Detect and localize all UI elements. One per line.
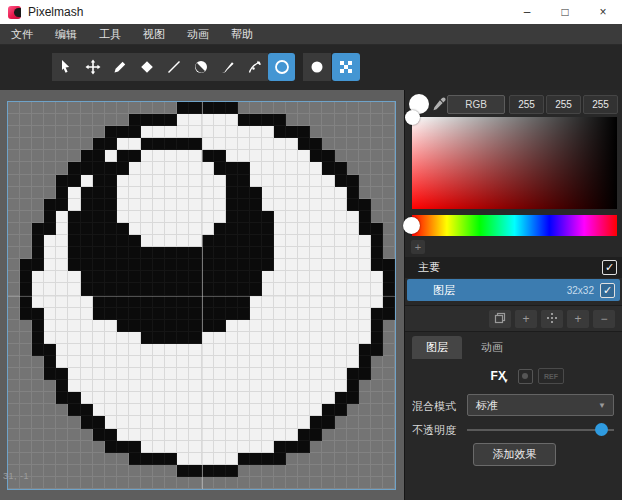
pixel-cell[interactable]: [141, 465, 153, 477]
pixel-cell[interactable]: [44, 416, 56, 428]
pixel-cell[interactable]: [371, 441, 383, 453]
pixel-cell[interactable]: [335, 114, 347, 126]
pixel-cell[interactable]: [335, 162, 347, 174]
pixel-cell[interactable]: [310, 247, 322, 259]
pixel-cell[interactable]: [226, 150, 238, 162]
pixel-cell[interactable]: [93, 259, 105, 271]
pixel-cell[interactable]: [202, 150, 214, 162]
pixel-cell[interactable]: [371, 187, 383, 199]
pixel-cell[interactable]: [322, 162, 334, 174]
pixel-cell[interactable]: [81, 259, 93, 271]
pixel-cell[interactable]: [81, 138, 93, 150]
pixel-cell[interactable]: [8, 126, 20, 138]
pixel-cell[interactable]: [347, 416, 359, 428]
pixel-cell[interactable]: [383, 283, 395, 295]
pixel-cell[interactable]: [322, 477, 334, 489]
pixel-cell[interactable]: [20, 162, 32, 174]
pixel-cell[interactable]: [8, 404, 20, 416]
pixel-cell[interactable]: [68, 187, 80, 199]
curve-pen-tool-button[interactable]: [241, 53, 268, 81]
pixel-cell[interactable]: [359, 283, 371, 295]
pixel-cell[interactable]: [177, 235, 189, 247]
pixel-cell[interactable]: [8, 175, 20, 187]
pixel-cell[interactable]: [105, 465, 117, 477]
pixel-cell[interactable]: [202, 175, 214, 187]
pixel-cell[interactable]: [165, 223, 177, 235]
pixel-cell[interactable]: [153, 368, 165, 380]
pixel-cell[interactable]: [177, 296, 189, 308]
pixel-cell[interactable]: [250, 199, 262, 211]
pixel-cell[interactable]: [238, 356, 250, 368]
transform-handles-button[interactable]: [541, 310, 563, 328]
pixel-cell[interactable]: [105, 429, 117, 441]
pixel-cell[interactable]: [129, 211, 141, 223]
pixel-cell[interactable]: [56, 308, 68, 320]
pixel-cell[interactable]: [32, 150, 44, 162]
pixel-cell[interactable]: [274, 175, 286, 187]
pixel-cell[interactable]: [129, 320, 141, 332]
menu-help[interactable]: 帮助: [220, 24, 264, 45]
pixel-cell[interactable]: [310, 368, 322, 380]
pixel-cell[interactable]: [8, 296, 20, 308]
pixel-cell[interactable]: [298, 453, 310, 465]
pixel-cell[interactable]: [141, 247, 153, 259]
pixel-cell[interactable]: [117, 211, 129, 223]
pixel-cell[interactable]: [56, 416, 68, 428]
pixel-cell[interactable]: [56, 259, 68, 271]
pixel-cell[interactable]: [141, 368, 153, 380]
pixel-cell[interactable]: [371, 465, 383, 477]
pixel-cell[interactable]: [44, 138, 56, 150]
pixel-cell[interactable]: [383, 356, 395, 368]
pixel-cell[interactable]: [202, 344, 214, 356]
pixel-cell[interactable]: [359, 465, 371, 477]
pixel-cell[interactable]: [274, 416, 286, 428]
pixel-cell[interactable]: [214, 296, 226, 308]
pixel-cell[interactable]: [8, 441, 20, 453]
pixel-cell[interactable]: [347, 320, 359, 332]
pixel-cell[interactable]: [8, 211, 20, 223]
pixel-cell[interactable]: [153, 283, 165, 295]
pixel-cell[interactable]: [165, 404, 177, 416]
pixel-cell[interactable]: [105, 187, 117, 199]
pixel-cell[interactable]: [238, 235, 250, 247]
pixel-cell[interactable]: [8, 223, 20, 235]
pixel-cell[interactable]: [214, 465, 226, 477]
duplicate-layer-button[interactable]: [489, 310, 511, 328]
pixel-cell[interactable]: [286, 223, 298, 235]
pixel-cell[interactable]: [68, 344, 80, 356]
pixel-cell[interactable]: [250, 271, 262, 283]
pixel-cell[interactable]: [238, 404, 250, 416]
pixel-cell[interactable]: [8, 380, 20, 392]
pixel-cell[interactable]: [226, 332, 238, 344]
pixel-cell[interactable]: [44, 429, 56, 441]
pixel-cell[interactable]: [93, 150, 105, 162]
pixel-cell[interactable]: [310, 356, 322, 368]
pixel-cell[interactable]: [8, 356, 20, 368]
pixel-cell[interactable]: [202, 356, 214, 368]
pixel-cell[interactable]: [250, 211, 262, 223]
pixel-cell[interactable]: [214, 126, 226, 138]
pixel-cell[interactable]: [81, 296, 93, 308]
pixel-cell[interactable]: [226, 320, 238, 332]
pixel-cell[interactable]: [226, 296, 238, 308]
tab-layers[interactable]: 图层: [412, 336, 462, 359]
pixel-cell[interactable]: [32, 247, 44, 259]
pixel-cell[interactable]: [322, 247, 334, 259]
pixel-cell[interactable]: [141, 416, 153, 428]
pixel-cell[interactable]: [32, 441, 44, 453]
pixel-cell[interactable]: [286, 175, 298, 187]
pixel-cell[interactable]: [44, 296, 56, 308]
pixel-cell[interactable]: [105, 150, 117, 162]
pixel-cell[interactable]: [238, 223, 250, 235]
pixel-cell[interactable]: [322, 332, 334, 344]
pixel-cell[interactable]: [226, 465, 238, 477]
pixel-cell[interactable]: [44, 114, 56, 126]
pixel-cell[interactable]: [8, 235, 20, 247]
brush-shape-button[interactable]: [303, 53, 331, 81]
pixel-cell[interactable]: [56, 368, 68, 380]
pixel-cell[interactable]: [335, 150, 347, 162]
pixel-cell[interactable]: [335, 392, 347, 404]
pixel-cell[interactable]: [56, 296, 68, 308]
pixel-cell[interactable]: [371, 138, 383, 150]
pixel-cell[interactable]: [383, 102, 395, 114]
